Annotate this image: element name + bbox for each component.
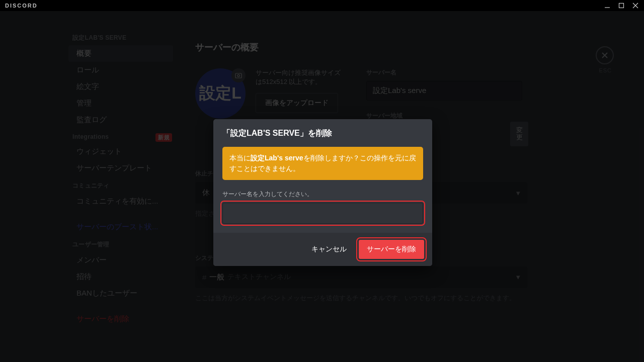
chevron-down-icon: ▾ bbox=[516, 273, 520, 282]
change-region-button[interactable]: 変更 bbox=[510, 122, 528, 146]
hash-icon: # bbox=[202, 273, 206, 282]
svg-point-7 bbox=[237, 74, 239, 76]
system-channel-note: ここは当方がシステムイベントメッセージを送信するチャンネルです。いつでもオフにす… bbox=[195, 293, 527, 303]
sidebar-item-delete-server[interactable]: サーバーを削除 bbox=[68, 311, 173, 327]
maximize-icon[interactable] bbox=[618, 2, 625, 9]
server-name-label: サーバー名 bbox=[366, 68, 522, 77]
new-badge: 新規 bbox=[155, 133, 172, 142]
sidebar-item-template[interactable]: サーバーテンプレート bbox=[68, 160, 173, 176]
upload-image-icon[interactable] bbox=[231, 68, 246, 82]
server-name-input[interactable] bbox=[366, 81, 522, 101]
sidebar-item-bans[interactable]: BANしたユーザー bbox=[68, 285, 173, 302]
chevron-down-icon: ▾ bbox=[516, 189, 520, 198]
modal-title: 「設定LAB'S SERVE」を削除 bbox=[222, 128, 423, 139]
upload-image-button[interactable]: 画像をアップロード bbox=[256, 93, 338, 113]
system-channel-select[interactable]: # 一般 テキストチャンネル ▾ bbox=[195, 266, 527, 288]
sidebar-item-moderation[interactable]: 管理 bbox=[68, 95, 173, 112]
sidebar-header-server: 設定LAB'S SERVE bbox=[64, 29, 177, 45]
sidebar-item-emoji[interactable]: 絵文字 bbox=[68, 78, 173, 95]
modal-warning: 本当に設定Lab's serveを削除しますか？この操作を元に戻すことはできませ… bbox=[222, 147, 423, 180]
sidebar-header-community: コミュニティ bbox=[64, 176, 177, 193]
svg-rect-1 bbox=[619, 4, 624, 8]
sidebar-header-usermgmt: ユーザー管理 bbox=[64, 235, 177, 252]
settings-sidebar: 設定LAB'S SERVE 概要 ロール 絵文字 管理 監査ログ Integra… bbox=[64, 29, 177, 327]
sidebar-item-members[interactable]: メンバー bbox=[68, 252, 173, 268]
confirm-input-label: サーバー名を入力してください。 bbox=[222, 190, 423, 199]
window-close-icon[interactable] bbox=[632, 2, 639, 9]
svg-rect-6 bbox=[235, 73, 242, 78]
delete-server-modal: 「設定LAB'S SERVE」を削除 本当に設定Lab's serveを削除しま… bbox=[213, 119, 432, 266]
sidebar-item-overview[interactable]: 概要 bbox=[68, 45, 173, 62]
confirm-server-name-input[interactable] bbox=[222, 203, 423, 224]
image-hint: サーバー向け推奨画像サイズは512x512 以上です。 bbox=[256, 68, 346, 86]
sidebar-header-integrations: Integrations 新規 bbox=[64, 128, 177, 143]
window-titlebar: DISCORD bbox=[0, 0, 644, 11]
sidebar-item-auditlog[interactable]: 監査ログ bbox=[68, 112, 173, 128]
sidebar-item-enable-community[interactable]: コミュニティを有効に... bbox=[68, 193, 173, 210]
cancel-button[interactable]: キャンセル bbox=[308, 244, 350, 254]
brand-logo: DISCORD bbox=[5, 3, 38, 9]
sidebar-item-boost[interactable]: サーバーのブースト状... bbox=[68, 219, 173, 235]
minimize-icon[interactable] bbox=[604, 2, 611, 9]
sidebar-item-invites[interactable]: 招待 bbox=[68, 268, 173, 285]
sidebar-item-widget[interactable]: ウィジェット bbox=[68, 143, 173, 160]
sidebar-item-roles[interactable]: ロール bbox=[68, 62, 173, 78]
page-title: サーバーの概要 bbox=[195, 41, 604, 53]
delete-server-button[interactable]: サーバーを削除 bbox=[359, 240, 424, 259]
